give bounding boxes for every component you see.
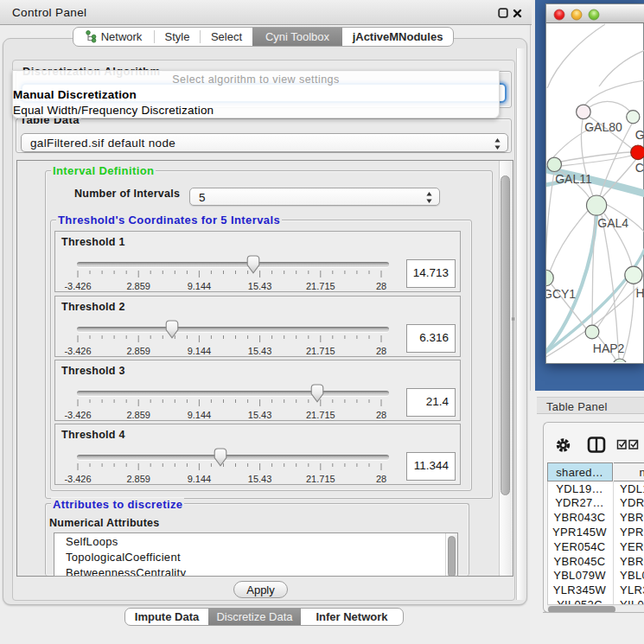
svg-text:GA: GA	[635, 128, 644, 142]
svg-text:H: H	[636, 286, 644, 300]
svg-text:HAP2: HAP2	[593, 341, 625, 355]
svg-text:GAL11: GAL11	[555, 172, 592, 186]
svg-text:C: C	[635, 161, 644, 175]
svg-text:GAL80: GAL80	[584, 120, 622, 134]
svg-text:GCY1: GCY1	[546, 287, 576, 301]
svg-text:GAL4: GAL4	[597, 216, 628, 230]
